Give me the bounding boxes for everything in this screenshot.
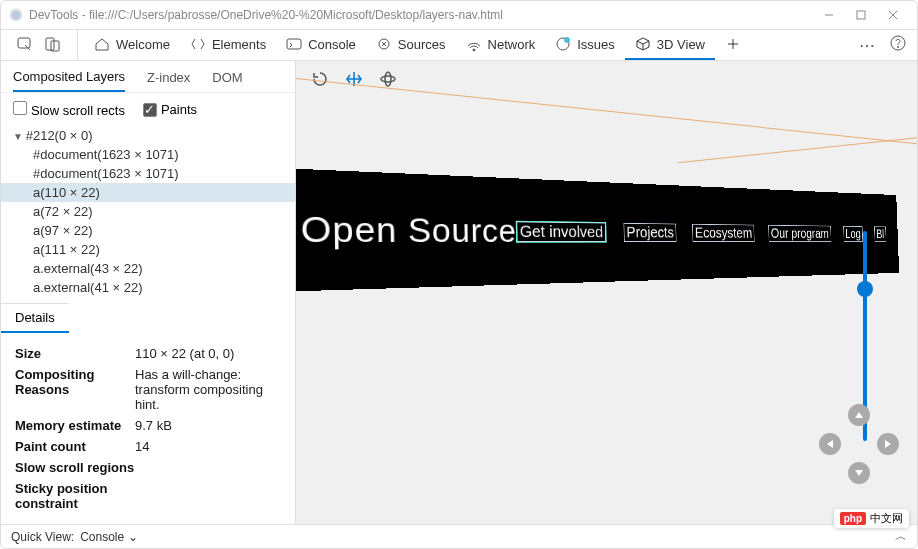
details-key: Size <box>15 346 135 361</box>
details-panel: Size110 × 22 (at 0, 0)Compositing Reason… <box>1 333 295 524</box>
app-icon <box>9 8 23 22</box>
tab-welcome[interactable]: Welcome <box>84 30 180 60</box>
network-icon <box>466 36 482 52</box>
details-row: Slow scroll regions <box>15 457 281 478</box>
tree-item[interactable]: a.external(43 × 22) <box>1 259 295 278</box>
tree-item[interactable]: a(97 × 22) <box>1 221 295 240</box>
sources-icon <box>376 36 392 52</box>
tree-root[interactable]: #212(0 × 0) <box>1 126 295 145</box>
inspect-icon[interactable] <box>13 33 37 57</box>
details-row: Compositing ReasonsHas a will-change: tr… <box>15 364 281 415</box>
sub-tab-bar: Composited Layers Z-index DOM <box>1 61 295 93</box>
details-row: Paint count14 <box>15 436 281 457</box>
elements-icon <box>190 36 206 52</box>
checkbox-slow-scroll[interactable]: Slow scroll rects <box>13 101 125 118</box>
nav-link: Ecosystem <box>692 224 754 242</box>
details-value <box>135 481 281 511</box>
dpad-left[interactable] <box>819 433 841 455</box>
svg-rect-5 <box>46 38 54 50</box>
tree-item[interactable]: a(111 × 22) <box>1 240 295 259</box>
tab-network[interactable]: Network <box>456 30 546 60</box>
composited-layer-navbar: Open Source Get involvedProjectsEcosyste… <box>296 168 899 291</box>
quick-view-label: Quick View: <box>11 530 74 544</box>
tab-3d-view[interactable]: 3D View <box>625 30 715 60</box>
home-icon <box>94 36 110 52</box>
window-minimize-button[interactable] <box>813 3 845 27</box>
details-row: Memory estimate9.7 kB <box>15 415 281 436</box>
tab-sources[interactable]: Sources <box>366 30 456 60</box>
nav-link: Log <box>843 226 863 242</box>
svg-rect-4 <box>18 38 30 48</box>
svg-point-17 <box>385 72 391 86</box>
slider-thumb[interactable] <box>857 281 873 297</box>
left-panel: Composited Layers Z-index DOM Slow scrol… <box>1 61 296 524</box>
pan-icon[interactable] <box>342 67 366 91</box>
3d-viewport[interactable]: Open Source Get involvedProjectsEcosyste… <box>296 61 917 524</box>
details-key: Compositing Reasons <box>15 367 135 412</box>
tab-elements[interactable]: Elements <box>180 30 276 60</box>
dpad-right[interactable] <box>877 433 899 455</box>
chevron-down-icon: ⌄ <box>128 530 138 544</box>
svg-rect-7 <box>287 39 301 49</box>
details-key: Sticky position constraint <box>15 481 135 511</box>
window-maximize-button[interactable] <box>845 3 877 27</box>
quick-view-select[interactable]: Console⌄ <box>80 530 138 544</box>
tab-issues[interactable]: Issues <box>545 30 625 60</box>
help-icon[interactable] <box>889 34 907 56</box>
console-icon <box>286 36 302 52</box>
details-value <box>135 460 281 475</box>
details-value: 9.7 kB <box>135 418 281 433</box>
window-title: DevTools - file:///C:/Users/pabrosse/One… <box>29 8 503 22</box>
svg-point-16 <box>381 76 395 82</box>
watermark: php 中文网 <box>834 509 909 528</box>
details-tab[interactable]: Details <box>1 303 69 333</box>
tab-console[interactable]: Console <box>276 30 366 60</box>
nav-link: Our program <box>768 225 831 242</box>
details-value: Has a will-change: transform compositing… <box>135 367 281 412</box>
chevron-up-icon[interactable]: ︿ <box>895 528 907 545</box>
nav-link: Get involved <box>516 221 606 241</box>
details-row: Size110 × 22 (at 0, 0) <box>15 343 281 364</box>
details-value: 14 <box>135 439 281 454</box>
dpad-up[interactable] <box>848 404 870 426</box>
tree-item[interactable]: a.external(41 × 22) <box>1 278 295 297</box>
subtab-zindex[interactable]: Z-index <box>147 70 190 91</box>
details-value: 110 × 22 (at 0, 0) <box>135 346 281 361</box>
subtab-dom[interactable]: DOM <box>212 70 242 91</box>
details-key: Paint count <box>15 439 135 454</box>
plus-icon <box>725 36 741 52</box>
tree-item[interactable]: #document(1623 × 1071) <box>1 145 295 164</box>
svg-point-15 <box>898 47 899 48</box>
quick-view-bar: Quick View: Console⌄ ︿ <box>1 524 917 548</box>
tree-item[interactable]: a(110 × 22) <box>1 183 295 202</box>
guide-line <box>296 74 917 169</box>
layers-tree[interactable]: #212(0 × 0) #document(1623 × 1071)#docum… <box>1 126 295 297</box>
details-key: Slow scroll regions <box>15 460 135 475</box>
main-tab-bar: Welcome Elements Console Sources Network… <box>1 29 917 61</box>
device-icon[interactable] <box>41 33 65 57</box>
nav-link: Bl <box>874 226 886 241</box>
cube-icon <box>635 36 651 52</box>
details-key: Memory estimate <box>15 418 135 433</box>
subtab-composited-layers[interactable]: Composited Layers <box>13 69 125 92</box>
svg-point-11 <box>564 37 570 43</box>
tab-add[interactable] <box>715 30 751 60</box>
more-icon[interactable]: ⋯ <box>859 36 875 55</box>
svg-rect-1 <box>857 11 865 19</box>
nav-link: Projects <box>624 223 677 242</box>
details-row: Sticky position constraint <box>15 478 281 514</box>
tree-item[interactable]: #document(1623 × 1071) <box>1 164 295 183</box>
window-close-button[interactable] <box>877 3 909 27</box>
dpad-control <box>819 404 899 484</box>
svg-point-9 <box>473 49 475 51</box>
window-titlebar: DevTools - file:///C:/Users/pabrosse/One… <box>1 1 917 29</box>
nav-title: Open Source <box>300 210 517 250</box>
tree-item[interactable]: a(72 × 22) <box>1 202 295 221</box>
dpad-down[interactable] <box>848 462 870 484</box>
checkbox-paints[interactable]: ✓Paints <box>143 102 197 117</box>
issues-icon <box>555 36 571 52</box>
